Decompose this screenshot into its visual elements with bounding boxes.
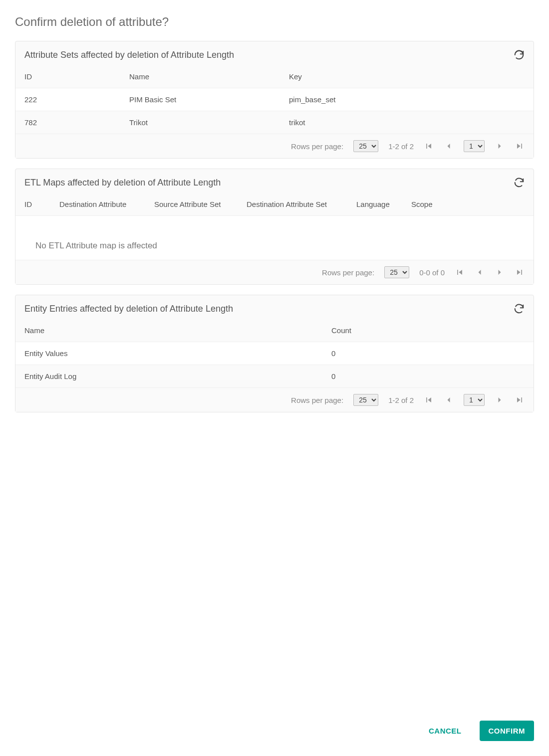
range-label: 1-2 of 2 xyxy=(388,142,414,151)
refresh-icon[interactable] xyxy=(514,49,525,60)
col-header-id: ID xyxy=(24,72,129,81)
table-row: 782 Trikot trikot xyxy=(15,111,534,134)
entity-entries-card: Entity Entries affected by deletion of A… xyxy=(15,295,534,412)
prev-page-icon[interactable] xyxy=(475,267,485,277)
last-page-icon[interactable] xyxy=(515,141,525,151)
col-header-name: Name xyxy=(129,72,289,81)
cell-count: 0 xyxy=(331,372,525,380)
range-label: 0-0 of 0 xyxy=(419,268,445,277)
prev-page-icon[interactable] xyxy=(444,141,454,151)
refresh-icon[interactable] xyxy=(514,303,525,314)
prev-page-icon[interactable] xyxy=(444,395,454,405)
cell-name: Trikot xyxy=(129,118,289,127)
first-page-icon[interactable] xyxy=(424,395,434,405)
refresh-icon[interactable] xyxy=(514,177,525,188)
attribute-sets-card: Attribute Sets affected by deletion of A… xyxy=(15,41,534,159)
col-header-id: ID xyxy=(24,200,59,208)
card-header: Attribute Sets affected by deletion of A… xyxy=(15,41,534,65)
range-label: 1-2 of 2 xyxy=(388,396,414,404)
table-footer: Rows per page: 25 1-2 of 2 1 xyxy=(15,387,534,412)
table-header-row: ID Destination Attribute Source Attribut… xyxy=(15,193,534,215)
col-header-lang: Language xyxy=(356,200,411,208)
page-number-select[interactable]: 1 xyxy=(464,394,485,406)
table-row: Entity Audit Log 0 xyxy=(15,365,534,387)
rows-per-page-label: Rows per page: xyxy=(291,142,343,151)
next-page-icon[interactable] xyxy=(495,395,505,405)
table-header-row: Name Count xyxy=(15,319,534,342)
card-title: Attribute Sets affected by deletion of A… xyxy=(24,50,514,60)
card-header: ETL Maps affected by deletion of Attribu… xyxy=(15,169,534,193)
confirm-deletion-dialog: Confirm deletion of attribute? Attribute… xyxy=(0,0,549,756)
next-page-icon[interactable] xyxy=(495,267,505,277)
col-header-dest-attr: Destination Attribute xyxy=(59,200,154,208)
col-header-key: Key xyxy=(289,72,525,81)
next-page-icon[interactable] xyxy=(495,141,505,151)
confirm-button[interactable]: CONFIRM xyxy=(480,721,535,741)
col-header-src-set: Source Attribute Set xyxy=(154,200,247,208)
table-row: Entity Values 0 xyxy=(15,342,534,365)
rows-per-page-label: Rows per page: xyxy=(291,396,343,404)
col-header-dest-set: Destination Attribute Set xyxy=(247,200,356,208)
page-number-select[interactable]: 1 xyxy=(464,140,485,152)
table-row: 222 PIM Basic Set pim_base_set xyxy=(15,88,534,111)
etl-maps-card: ETL Maps affected by deletion of Attribu… xyxy=(15,169,534,285)
last-page-icon[interactable] xyxy=(515,267,525,277)
cell-name: PIM Basic Set xyxy=(129,95,289,104)
col-header-name: Name xyxy=(24,326,331,335)
dialog-title: Confirm deletion of attribute? xyxy=(15,15,534,29)
cancel-button[interactable]: CANCEL xyxy=(420,721,471,741)
rows-per-page-label: Rows per page: xyxy=(322,268,374,277)
cell-id: 782 xyxy=(24,118,129,127)
empty-state-message: No ETL Attribute map is affected xyxy=(15,215,534,260)
cell-count: 0 xyxy=(331,349,525,358)
first-page-icon[interactable] xyxy=(424,141,434,151)
last-page-icon[interactable] xyxy=(515,395,525,405)
page-size-select[interactable]: 25 xyxy=(353,394,378,406)
card-title: ETL Maps affected by deletion of Attribu… xyxy=(24,178,514,188)
cell-name: Entity Audit Log xyxy=(24,372,331,380)
cell-key: trikot xyxy=(289,118,525,127)
table-footer: Rows per page: 25 0-0 of 0 xyxy=(15,260,534,284)
cell-id: 222 xyxy=(24,95,129,104)
page-size-select[interactable]: 25 xyxy=(353,140,378,152)
col-header-scope: Scope xyxy=(411,200,525,208)
card-header: Entity Entries affected by deletion of A… xyxy=(15,295,534,319)
col-header-count: Count xyxy=(331,326,525,335)
cell-name: Entity Values xyxy=(24,349,331,358)
first-page-icon[interactable] xyxy=(455,267,465,277)
card-title: Entity Entries affected by deletion of A… xyxy=(24,304,514,314)
cell-key: pim_base_set xyxy=(289,95,525,104)
table-footer: Rows per page: 25 1-2 of 2 1 xyxy=(15,134,534,158)
page-size-select[interactable]: 25 xyxy=(384,266,409,278)
table-header-row: ID Name Key xyxy=(15,65,534,88)
dialog-actions: CANCEL CONFIRM xyxy=(15,581,534,741)
